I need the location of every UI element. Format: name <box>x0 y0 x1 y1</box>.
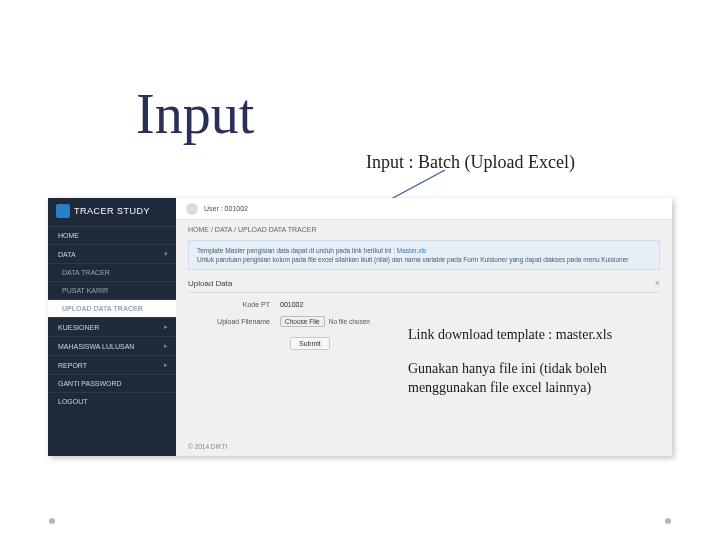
nav-label: HOME <box>58 232 79 239</box>
panel-header: Upload Data × <box>188 276 660 290</box>
file-status: No file chosen <box>329 318 370 325</box>
close-icon[interactable]: × <box>655 278 660 288</box>
nav-home[interactable]: HOME <box>48 226 176 244</box>
nav-upload-data-tracer[interactable]: UPLOAD DATA TRACER <box>48 299 176 317</box>
nav-label: KUESIONER <box>58 324 99 331</box>
sidebar: TRACER STUDY HOME DATA ▾ DATA TRACER PUS… <box>48 198 176 456</box>
chevron-right-icon: ▸ <box>164 323 168 331</box>
dot-left <box>49 518 55 524</box>
nav-logout[interactable]: LOGOUT <box>48 392 176 410</box>
notice-text-1: Template Master pengisian data dapat di … <box>197 247 397 254</box>
dot-right <box>665 518 671 524</box>
divider <box>188 292 660 293</box>
avatar-icon <box>186 203 198 215</box>
nav-label: LOGOUT <box>58 398 88 405</box>
chevron-down-icon: ▾ <box>164 250 168 258</box>
nav-report[interactable]: REPORT ▸ <box>48 355 176 374</box>
chevron-right-icon: ▸ <box>164 361 168 369</box>
nav-label: PUSAT KARIR <box>62 287 108 294</box>
annotation-gunakan: Gunakan hanya file ini (tidak boleh meng… <box>408 360 668 398</box>
nav-pusat-karir[interactable]: PUSAT KARIR <box>48 281 176 299</box>
nav-label: GANTI PASSWORD <box>58 380 122 387</box>
nav-label: DATA TRACER <box>62 269 110 276</box>
choose-file-button[interactable]: Choose File <box>280 316 325 327</box>
notice-text-2: Untuk panduan pengisian kolom pada file … <box>197 256 628 263</box>
footer-text: © 2014 DIKTI <box>188 443 227 450</box>
logo: TRACER STUDY <box>48 198 176 226</box>
annotation-link-download: Link download template : master.xls <box>408 326 612 345</box>
logo-text: TRACER STUDY <box>74 206 150 216</box>
nav-data-tracer[interactable]: DATA TRACER <box>48 263 176 281</box>
subtitle: Input : Batch (Upload Excel) <box>366 152 575 173</box>
submit-button[interactable]: Submit <box>290 337 330 350</box>
breadcrumb: HOME / DATA / UPLOAD DATA TRACER <box>176 220 672 236</box>
nav-label: UPLOAD DATA TRACER <box>62 305 143 312</box>
row-kode-pt: Kode PT 001002 <box>188 301 660 308</box>
logo-icon <box>56 204 70 218</box>
page-title: Input <box>136 82 254 146</box>
kode-pt-label: Kode PT <box>188 301 280 308</box>
panel-title: Upload Data <box>188 279 232 288</box>
chevron-right-icon: ▸ <box>164 342 168 350</box>
user-bar: User : 001002 <box>176 198 672 220</box>
slide-dots <box>49 518 671 524</box>
notice-box: Template Master pengisian data dapat di … <box>188 240 660 270</box>
nav-mahasiswa[interactable]: MAHASISWA LULUSAN ▸ <box>48 336 176 355</box>
nav-data[interactable]: DATA ▾ <box>48 244 176 263</box>
kode-pt-value: 001002 <box>280 301 303 308</box>
upload-label: Upload Filename <box>188 318 280 325</box>
user-label: User : 001002 <box>204 205 248 212</box>
nav-kuesioner[interactable]: KUESIONER ▸ <box>48 317 176 336</box>
master-xls-link[interactable]: Master.xls <box>397 247 426 254</box>
nav-label: REPORT <box>58 362 87 369</box>
nav-label: DATA <box>58 251 76 258</box>
nav-label: MAHASISWA LULUSAN <box>58 343 134 350</box>
nav-ganti-password[interactable]: GANTI PASSWORD <box>48 374 176 392</box>
